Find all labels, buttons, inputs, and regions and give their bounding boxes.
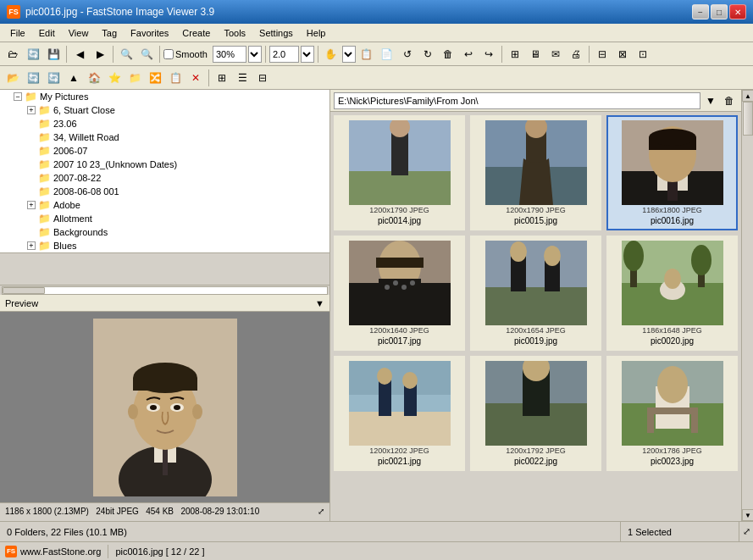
tree-item-5[interactable]: 📁 2007-08-22 — [0, 171, 329, 185]
tb2-listview[interactable]: ☰ — [233, 69, 252, 87]
tree-item-1[interactable]: 📁 23.06 — [0, 117, 329, 130]
folder-tree[interactable]: − 📁 My Pictures + 📁 6, Stuart Close 📁 23… — [0, 90, 329, 285]
hand-select[interactable] — [342, 46, 356, 63]
zoom-input[interactable] — [213, 46, 246, 63]
smooth-checkbox[interactable] — [163, 46, 174, 63]
toolbar-email[interactable]: ✉ — [546, 45, 565, 64]
tree-item-8[interactable]: 📁 Allotment — [0, 212, 329, 225]
tb2-open-folder[interactable]: 📂 — [3, 69, 22, 87]
scroll-up-arrow[interactable]: ▲ — [742, 90, 753, 102]
tb2-detailview[interactable]: ⊟ — [253, 69, 272, 87]
toolbar-save[interactable]: 💾 — [44, 45, 63, 64]
toolbar-view1[interactable]: ⊟ — [593, 45, 612, 64]
address-input[interactable] — [334, 92, 700, 109]
tb2-nav3[interactable]: ▲ — [64, 69, 83, 87]
tree-item-3[interactable]: 📁 2006-07 — [0, 144, 329, 158]
thumbnail-scrollbar[interactable]: ▲ ▼ — [741, 90, 753, 521]
toolbar-rotateleft[interactable]: ↺ — [398, 45, 417, 64]
svg-point-53 — [691, 245, 711, 275]
thumb-pic0022[interactable]: 1200x1792 JPEG pic0022.jpg — [470, 356, 601, 471]
toolbar-redo[interactable]: ↪ — [479, 45, 498, 64]
tree-item-0[interactable]: + 📁 6, Stuart Close — [0, 103, 329, 117]
toolbar-copy[interactable]: 📋 — [357, 45, 376, 64]
menu-file[interactable]: File — [3, 25, 32, 42]
tb2-nav5[interactable]: ⭐ — [105, 69, 124, 87]
toolbar-view3[interactable]: ⊡ — [634, 45, 652, 64]
thumb-pic0023[interactable]: 1200x1786 JPEG pic0023.jpg — [606, 356, 738, 471]
tb2-thumbview[interactable]: ⊞ — [213, 69, 231, 87]
title-bar: FS pic0016.jpg - FastStone Image Viewer … — [0, 0, 753, 24]
toolbar-undo[interactable]: ↩ — [459, 45, 478, 64]
tb2-nav1[interactable]: 🔄 — [24, 69, 42, 87]
menu-help[interactable]: Help — [300, 25, 333, 42]
tb2-nav6[interactable]: 📁 — [125, 69, 144, 87]
tree-label-1: 23.06 — [53, 119, 77, 129]
tree-item-10[interactable]: + 📁 Blues — [0, 239, 329, 252]
tree-item-4[interactable]: 📁 2007 10 23_(Unknown Dates) — [0, 158, 329, 171]
scroll-down-arrow[interactable]: ▼ — [742, 509, 753, 521]
zoom2-input[interactable] — [269, 46, 299, 63]
tb2-nav2[interactable]: 🔄 — [44, 69, 63, 87]
preview-toggle[interactable]: ▼ — [315, 298, 324, 308]
toolbar-grid[interactable]: ⊞ — [506, 45, 524, 64]
menu-settings[interactable]: Settings — [252, 25, 300, 42]
toolbar-rotateright[interactable]: ↻ — [418, 45, 437, 64]
address-trash[interactable]: 🗑 — [721, 92, 738, 109]
toolbar-refresh[interactable]: 🔄 — [24, 45, 42, 64]
thumb-pic0014[interactable]: 1200x1790 JPEG pic0014.jpg — [334, 115, 465, 230]
tb2-delete[interactable]: ✕ — [186, 69, 205, 87]
toolbar-open[interactable]: 🗁 — [3, 45, 22, 64]
tree-hscrollbar[interactable] — [0, 285, 329, 295]
menu-create[interactable]: Create — [175, 25, 217, 42]
tb2-nav4[interactable]: 🏠 — [85, 69, 103, 87]
zoom-select[interactable] — [248, 46, 262, 63]
tb2-nav8[interactable]: 📋 — [166, 69, 185, 87]
menu-edit[interactable]: Edit — [32, 25, 62, 42]
toolbar-hand[interactable]: ✋ — [322, 45, 341, 64]
tree-item-6[interactable]: 📁 2008-06-08 001 — [0, 185, 329, 198]
tree-expand-7[interactable]: + — [27, 201, 36, 209]
tree-expand-0[interactable]: + — [27, 106, 36, 114]
secondary-toolbar: 📂 🔄 🔄 ▲ 🏠 ⭐ 📁 🔀 📋 ✕ ⊞ ☰ ⊟ — [0, 66, 753, 90]
zoom2-select[interactable] — [301, 46, 314, 63]
toolbar-print[interactable]: 🖨 — [567, 45, 585, 64]
thumb-pic0017[interactable]: 1200x1640 JPEG pic0017.jpg — [334, 236, 465, 351]
toolbar-zoomin[interactable]: 🔍 — [117, 45, 136, 64]
toolbar-paste[interactable]: 📄 — [378, 45, 396, 64]
tree-item-2[interactable]: 📁 34, Willett Road — [0, 130, 329, 144]
menu-view[interactable]: View — [62, 25, 96, 42]
toolbar-next[interactable]: ▶ — [91, 45, 109, 64]
scroll-track[interactable] — [742, 102, 753, 509]
thumb-pic0021[interactable]: 1200x1202 JPEG pic0021.jpg — [334, 356, 465, 471]
thumb-pic0019[interactable]: 1200x1654 JPEG pic0019.jpg — [470, 236, 601, 351]
titlebar-left: FS pic0016.jpg - FastStone Image Viewer … — [7, 5, 214, 19]
tree-root[interactable]: − 📁 My Pictures — [0, 90, 329, 103]
toolbar-prev[interactable]: ◀ — [70, 45, 89, 64]
toolbar-delete[interactable]: 🗑 — [439, 45, 457, 64]
tb2-nav7[interactable]: 🔀 — [146, 69, 164, 87]
thumb-pic0020[interactable]: 1186x1648 JPEG pic0020.jpg — [606, 236, 738, 351]
sep7 — [589, 46, 590, 63]
minimize-button[interactable]: − — [692, 4, 709, 19]
toolbar-view2[interactable]: ⊠ — [613, 45, 632, 64]
preview-resize-icon[interactable]: ⤢ — [318, 507, 324, 516]
menu-tag[interactable]: Tag — [95, 25, 124, 42]
sep1 — [66, 46, 67, 63]
toolbar-zoomout[interactable]: 🔍 — [137, 45, 156, 64]
tree-item-7[interactable]: + 📁 Adobe — [0, 198, 329, 212]
preview-info: 1186 x 1800 (2.13MP) 24bit JPEG 454 KB 2… — [5, 507, 259, 516]
tree-expand-icon[interactable]: − — [14, 92, 22, 101]
close-button[interactable]: ✕ — [729, 4, 746, 19]
resize-grip[interactable]: ⤢ — [739, 522, 753, 542]
tree-item-9[interactable]: 📁 Backgrounds — [0, 225, 329, 239]
thumb-pic0015[interactable]: 1200x1790 JPEG pic0015.jpg — [470, 115, 601, 230]
scroll-thumb[interactable] — [743, 102, 753, 136]
bottom-sep — [108, 545, 108, 558]
thumb-pic0016[interactable]: 1186x1800 JPEG pic0016.jpg — [606, 115, 738, 230]
menu-favorites[interactable]: Favorites — [124, 25, 175, 42]
menu-tools[interactable]: Tools — [217, 25, 252, 42]
address-go-button[interactable]: ▼ — [704, 92, 717, 109]
maximize-button[interactable]: □ — [711, 4, 728, 19]
tree-expand-10[interactable]: + — [27, 241, 36, 250]
toolbar-monitor[interactable]: 🖥 — [526, 45, 545, 64]
